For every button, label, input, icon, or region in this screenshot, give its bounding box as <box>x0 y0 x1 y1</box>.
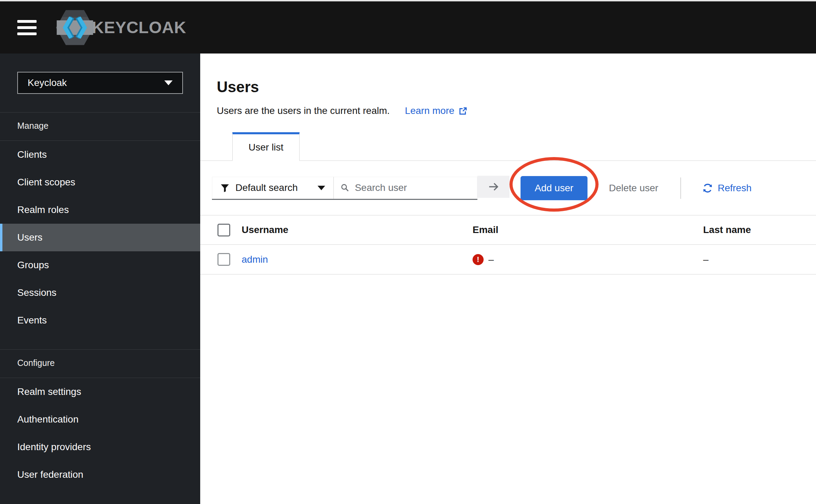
column-header-email: Email <box>473 215 703 245</box>
hamburger-menu-icon[interactable] <box>17 20 37 35</box>
add-user-button[interactable]: Add user <box>521 176 587 200</box>
sidebar-item-identity-providers[interactable]: Identity providers <box>0 433 200 461</box>
sidebar-item-groups[interactable]: Groups <box>0 251 200 279</box>
sidebar: Keycloak Manage Clients Client scopes Re… <box>0 54 200 504</box>
arrow-right-icon <box>488 181 499 193</box>
sidebar-item-users[interactable]: Users <box>0 224 200 251</box>
exclamation-circle-icon: ! <box>473 254 484 265</box>
sidebar-item-user-federation[interactable]: User federation <box>0 461 200 488</box>
sidebar-item-client-scopes[interactable]: Client scopes <box>0 168 200 196</box>
realm-selector-value: Keycloak <box>28 77 67 88</box>
email-value: – <box>488 254 494 265</box>
brand-wordmark: KEYCLOAK <box>92 18 186 37</box>
learn-more-link[interactable]: Learn more <box>405 105 468 116</box>
tab-user-list[interactable]: User list <box>232 132 300 161</box>
external-link-icon <box>458 106 468 116</box>
sidebar-item-clients[interactable]: Clients <box>0 141 200 168</box>
page-title: Users <box>217 78 816 96</box>
row-checkbox[interactable] <box>217 253 230 266</box>
table-header-row: Username Email Last name <box>200 215 816 245</box>
sidebar-item-events[interactable]: Events <box>0 307 200 334</box>
search-icon <box>341 183 349 193</box>
nav-manage-list: Clients Client scopes Realm roles Users … <box>0 141 200 334</box>
chevron-down-icon <box>318 186 325 190</box>
keycloak-logo: KEYCLOAK <box>55 7 186 48</box>
table-row: admin ! – – <box>200 245 816 274</box>
sidebar-item-realm-roles[interactable]: Realm roles <box>0 196 200 224</box>
realm-selector[interactable]: Keycloak <box>17 72 183 94</box>
nav-group-configure-label: Configure <box>0 350 200 378</box>
sidebar-item-sessions[interactable]: Sessions <box>0 279 200 307</box>
nav-configure-list: Realm settings Authentication Identity p… <box>0 378 200 488</box>
column-header-last-name: Last name <box>703 215 816 245</box>
delete-user-button[interactable]: Delete user <box>609 183 658 194</box>
select-all-checkbox[interactable] <box>217 224 230 236</box>
users-table: Username Email Last name admin ! – – <box>200 215 816 274</box>
refresh-icon <box>702 183 713 193</box>
masthead: KEYCLOAK <box>0 1 816 54</box>
user-link-admin[interactable]: admin <box>242 254 268 265</box>
search-filter-value: Default search <box>235 182 298 193</box>
column-header-username: Username <box>242 215 473 245</box>
sidebar-item-realm-settings[interactable]: Realm settings <box>0 378 200 406</box>
search-input[interactable] <box>355 182 470 193</box>
toolbar: Default search Add user Delet <box>200 176 816 201</box>
nav-group-manage-label: Manage <box>0 113 200 140</box>
page-subtitle: Users are the users in the current realm… <box>217 105 390 116</box>
chevron-down-icon <box>164 80 173 85</box>
search-submit-button[interactable] <box>477 176 509 198</box>
refresh-button[interactable]: Refresh <box>702 183 751 194</box>
sidebar-item-authentication[interactable]: Authentication <box>0 406 200 433</box>
keycloak-hexagon-icon <box>55 7 95 48</box>
main-content: Users Users are the users in the current… <box>200 54 816 504</box>
tab-bar: User list <box>200 132 816 161</box>
search-filter-dropdown[interactable]: Default search <box>212 177 334 199</box>
filter-icon <box>221 184 229 192</box>
toolbar-divider <box>680 177 681 199</box>
last-name-value: – <box>703 245 816 274</box>
